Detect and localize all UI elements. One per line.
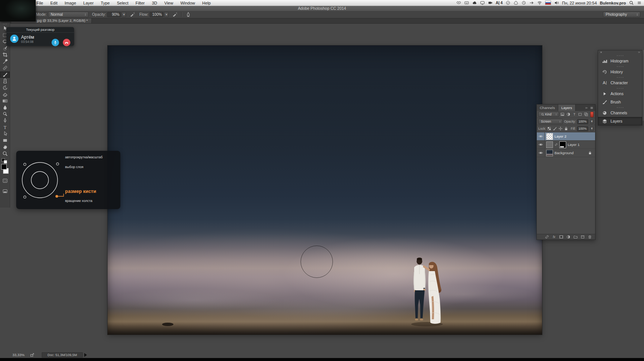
layer-visibility-toggle[interactable] (537, 149, 545, 157)
link-layers-icon[interactable] (545, 235, 549, 239)
layer-style-fx-icon[interactable]: fx (552, 235, 556, 239)
airbrush-toggle-icon[interactable] (129, 12, 135, 17)
layer-row-layer-2[interactable]: Layer 2 (537, 132, 595, 141)
blur-tool[interactable] (0, 104, 10, 111)
dock-panel-history[interactable]: History (598, 68, 642, 76)
filter-adjustment-layers-icon[interactable] (566, 112, 571, 117)
filter-smart-objects-icon[interactable] (584, 112, 588, 117)
input-language-flag[interactable] (545, 1, 551, 5)
volume-icon[interactable] (554, 0, 559, 5)
add-layer-mask-icon[interactable] (559, 235, 564, 239)
status-options-arrow[interactable] (84, 353, 87, 357)
tab-channels[interactable]: Channels (537, 105, 558, 111)
layer-fill-arrow[interactable]: ▾ (590, 126, 594, 131)
time-machine-icon[interactable] (521, 0, 526, 5)
new-adjustment-layer-icon[interactable] (566, 235, 571, 239)
pen-tool[interactable] (0, 117, 10, 124)
layer-opacity-value[interactable]: 100% (577, 119, 588, 124)
pressure-size-toggle-icon[interactable] (185, 12, 191, 17)
menu-image[interactable]: Image (65, 1, 76, 5)
dock-panel-actions[interactable]: Actions (598, 89, 642, 98)
adobe-apps-badge[interactable]: A| 4 (496, 1, 503, 5)
layer-mask-thumbnail[interactable] (559, 141, 566, 148)
dock-group-grip[interactable] (598, 87, 642, 89)
lock-position-icon[interactable] (558, 126, 563, 131)
foreground-background-swatches[interactable] (1, 164, 9, 174)
lock-all-icon[interactable] (564, 126, 568, 131)
layer-visibility-toggle[interactable] (537, 141, 545, 149)
menu-window[interactable]: Window (180, 1, 195, 5)
foreground-color-swatch[interactable] (1, 164, 7, 170)
delete-layer-icon[interactable] (588, 235, 592, 239)
dock-group-grip[interactable] (598, 106, 642, 109)
gradient-tool[interactable] (0, 98, 10, 105)
keyboard-icon[interactable] (464, 0, 469, 5)
path-selection-tool[interactable] (0, 130, 10, 137)
menu-help[interactable]: Help (202, 1, 211, 5)
menu-select[interactable]: Select (117, 1, 129, 5)
menubar-clock[interactable]: Пн, 22 июня 20:54 (562, 1, 597, 5)
eraser-tool[interactable] (0, 91, 10, 98)
layer-blend-mode-dropdown[interactable]: Screen (538, 119, 563, 124)
crop-tool[interactable] (0, 52, 10, 58)
wifi-icon[interactable] (537, 0, 542, 5)
layer-name[interactable]: Layer 2 (554, 134, 567, 138)
opacity-slider-arrow[interactable]: ▾ (122, 12, 126, 17)
filter-shape-layers-icon[interactable] (578, 112, 582, 117)
filter-type-layers-icon[interactable]: T (572, 112, 577, 117)
hand-tool[interactable] (0, 144, 10, 150)
mask-link-icon[interactable] (554, 143, 558, 147)
mute-microphone-button[interactable] (52, 39, 59, 46)
blend-mode-dropdown[interactable]: Normal (48, 12, 88, 17)
zoom-tool[interactable] (0, 150, 10, 157)
layer-visibility-toggle[interactable] (537, 132, 545, 140)
camera-icon[interactable] (488, 0, 493, 5)
flow-value[interactable]: 100% (150, 12, 163, 17)
panel-menu-icon[interactable] (590, 106, 594, 110)
hang-up-button[interactable] (63, 39, 70, 46)
layer-row-layer-1[interactable]: Layer 1 (537, 141, 595, 149)
dock-group-grip[interactable] (598, 76, 642, 79)
brush-tool[interactable] (0, 71, 10, 78)
layer-row-background[interactable]: Background (537, 149, 595, 157)
menu-3d[interactable]: 3D (152, 1, 157, 5)
dock-group-grip[interactable] (598, 54, 642, 57)
type-tool[interactable]: T (0, 124, 10, 131)
filter-kind-dropdown[interactable]: Kind (538, 112, 559, 117)
dodge-tool[interactable] (0, 111, 10, 118)
display-mirror-icon[interactable] (480, 0, 485, 5)
cloud-icon[interactable] (472, 0, 477, 5)
user-menu[interactable]: Bulenkov.pro (600, 1, 626, 5)
lock-paint-icon[interactable] (553, 126, 557, 131)
dock-panel-character[interactable]: ACharacter (598, 79, 642, 87)
layer-name[interactable]: Layer 1 (568, 143, 580, 147)
new-group-icon[interactable] (573, 235, 578, 239)
tab-layers[interactable]: Layers (558, 105, 576, 111)
new-layer-icon[interactable] (580, 235, 585, 239)
flow-slider-arrow[interactable]: ▾ (164, 12, 169, 17)
call-video-thumbnail[interactable] (0, 0, 36, 21)
check-circle-icon[interactable] (506, 0, 510, 5)
dock-panel-histogram[interactable]: Histogram (598, 57, 642, 65)
history-brush-tool[interactable] (0, 85, 10, 91)
sync-icon[interactable] (456, 0, 461, 5)
collapse-panel-icon[interactable] (585, 106, 588, 110)
layer-thumbnail[interactable] (546, 150, 553, 156)
location-arrow-icon[interactable] (529, 0, 534, 5)
filter-toggle-switch[interactable] (590, 112, 594, 117)
opacity-value[interactable]: 90% (107, 12, 121, 17)
clone-stamp-tool[interactable] (0, 78, 10, 85)
layer-thumbnail[interactable] (546, 141, 553, 148)
layer-fill-value[interactable]: 100% (577, 126, 588, 131)
layer-name[interactable]: Background (554, 151, 574, 155)
dock-panel-layers[interactable]: Layers (598, 117, 642, 125)
menu-file[interactable]: File (36, 1, 43, 5)
workspace-switcher[interactable]: Photography (603, 12, 640, 17)
dock-panel-channels[interactable]: Channels (598, 109, 642, 117)
menu-layer[interactable]: Layer (83, 1, 94, 5)
menu-type[interactable]: Type (101, 1, 110, 5)
airbrush-mode-icon[interactable] (172, 12, 178, 17)
notification-center-icon[interactable] (637, 0, 642, 5)
eyedropper-tool[interactable] (0, 58, 10, 65)
zoom-level[interactable]: 33,33% (12, 353, 24, 357)
